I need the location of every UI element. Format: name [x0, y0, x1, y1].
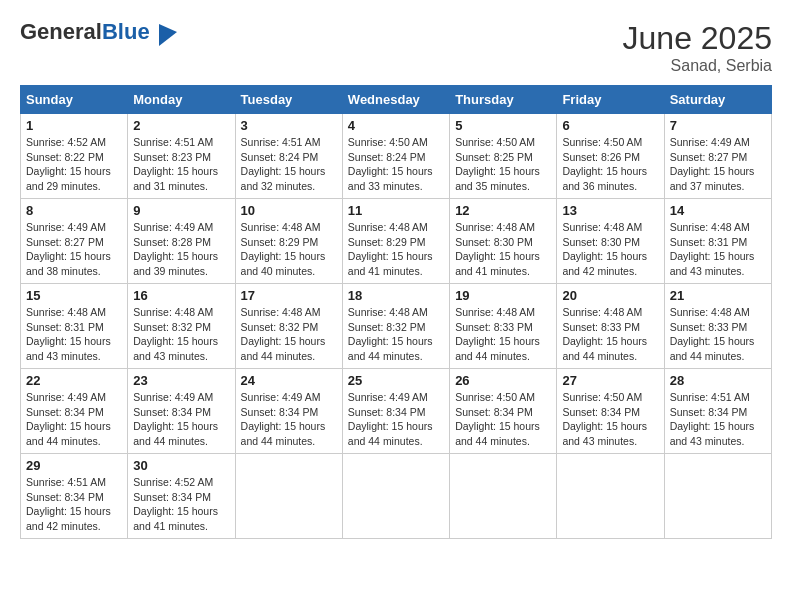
- calendar-cell: 15Sunrise: 4:48 AMSunset: 8:31 PMDayligh…: [21, 284, 128, 369]
- calendar-cell: 23Sunrise: 4:49 AMSunset: 8:34 PMDayligh…: [128, 369, 235, 454]
- day-info: Sunrise: 4:50 AMSunset: 8:34 PMDaylight:…: [562, 390, 658, 449]
- logo-blue: Blue: [102, 19, 150, 44]
- week-row-2: 8Sunrise: 4:49 AMSunset: 8:27 PMDaylight…: [21, 199, 772, 284]
- day-number: 4: [348, 118, 444, 133]
- calendar-cell: 5Sunrise: 4:50 AMSunset: 8:25 PMDaylight…: [450, 114, 557, 199]
- day-number: 18: [348, 288, 444, 303]
- day-info: Sunrise: 4:51 AMSunset: 8:34 PMDaylight:…: [26, 475, 122, 534]
- calendar-cell: [342, 454, 449, 539]
- day-info: Sunrise: 4:48 AMSunset: 8:32 PMDaylight:…: [241, 305, 337, 364]
- calendar-cell: 7Sunrise: 4:49 AMSunset: 8:27 PMDaylight…: [664, 114, 771, 199]
- day-info: Sunrise: 4:51 AMSunset: 8:23 PMDaylight:…: [133, 135, 229, 194]
- calendar-table: SundayMondayTuesdayWednesdayThursdayFrid…: [20, 85, 772, 539]
- day-info: Sunrise: 4:48 AMSunset: 8:33 PMDaylight:…: [562, 305, 658, 364]
- week-row-1: 1Sunrise: 4:52 AMSunset: 8:22 PMDaylight…: [21, 114, 772, 199]
- day-number: 28: [670, 373, 766, 388]
- day-number: 17: [241, 288, 337, 303]
- calendar-cell: 19Sunrise: 4:48 AMSunset: 8:33 PMDayligh…: [450, 284, 557, 369]
- day-number: 24: [241, 373, 337, 388]
- day-info: Sunrise: 4:48 AMSunset: 8:29 PMDaylight:…: [348, 220, 444, 279]
- calendar-cell: 20Sunrise: 4:48 AMSunset: 8:33 PMDayligh…: [557, 284, 664, 369]
- day-info: Sunrise: 4:48 AMSunset: 8:31 PMDaylight:…: [670, 220, 766, 279]
- calendar-cell: 27Sunrise: 4:50 AMSunset: 8:34 PMDayligh…: [557, 369, 664, 454]
- day-number: 2: [133, 118, 229, 133]
- day-info: Sunrise: 4:49 AMSunset: 8:34 PMDaylight:…: [241, 390, 337, 449]
- day-info: Sunrise: 4:48 AMSunset: 8:32 PMDaylight:…: [348, 305, 444, 364]
- calendar-title: June 2025: [623, 20, 772, 57]
- column-header-saturday: Saturday: [664, 86, 771, 114]
- calendar-cell: 17Sunrise: 4:48 AMSunset: 8:32 PMDayligh…: [235, 284, 342, 369]
- day-number: 6: [562, 118, 658, 133]
- day-info: Sunrise: 4:52 AMSunset: 8:22 PMDaylight:…: [26, 135, 122, 194]
- day-number: 10: [241, 203, 337, 218]
- day-number: 15: [26, 288, 122, 303]
- day-number: 16: [133, 288, 229, 303]
- title-block: June 2025 Sanad, Serbia: [623, 20, 772, 75]
- day-number: 11: [348, 203, 444, 218]
- day-info: Sunrise: 4:49 AMSunset: 8:27 PMDaylight:…: [670, 135, 766, 194]
- day-info: Sunrise: 4:51 AMSunset: 8:24 PMDaylight:…: [241, 135, 337, 194]
- calendar-cell: 14Sunrise: 4:48 AMSunset: 8:31 PMDayligh…: [664, 199, 771, 284]
- calendar-cell: 29Sunrise: 4:51 AMSunset: 8:34 PMDayligh…: [21, 454, 128, 539]
- calendar-header-row: SundayMondayTuesdayWednesdayThursdayFrid…: [21, 86, 772, 114]
- calendar-cell: 2Sunrise: 4:51 AMSunset: 8:23 PMDaylight…: [128, 114, 235, 199]
- column-header-tuesday: Tuesday: [235, 86, 342, 114]
- calendar-cell: 18Sunrise: 4:48 AMSunset: 8:32 PMDayligh…: [342, 284, 449, 369]
- day-number: 21: [670, 288, 766, 303]
- day-number: 9: [133, 203, 229, 218]
- day-number: 12: [455, 203, 551, 218]
- logo: GeneralBlue: [20, 20, 177, 46]
- day-info: Sunrise: 4:49 AMSunset: 8:34 PMDaylight:…: [133, 390, 229, 449]
- calendar-cell: [235, 454, 342, 539]
- day-number: 22: [26, 373, 122, 388]
- calendar-cell: 9Sunrise: 4:49 AMSunset: 8:28 PMDaylight…: [128, 199, 235, 284]
- day-info: Sunrise: 4:48 AMSunset: 8:30 PMDaylight:…: [562, 220, 658, 279]
- calendar-cell: 8Sunrise: 4:49 AMSunset: 8:27 PMDaylight…: [21, 199, 128, 284]
- day-number: 29: [26, 458, 122, 473]
- day-info: Sunrise: 4:48 AMSunset: 8:30 PMDaylight:…: [455, 220, 551, 279]
- day-number: 3: [241, 118, 337, 133]
- calendar-cell: 6Sunrise: 4:50 AMSunset: 8:26 PMDaylight…: [557, 114, 664, 199]
- day-number: 13: [562, 203, 658, 218]
- day-info: Sunrise: 4:50 AMSunset: 8:24 PMDaylight:…: [348, 135, 444, 194]
- logo-icon: [159, 24, 177, 46]
- day-number: 30: [133, 458, 229, 473]
- day-info: Sunrise: 4:48 AMSunset: 8:33 PMDaylight:…: [455, 305, 551, 364]
- calendar-cell: [664, 454, 771, 539]
- logo-general: General: [20, 19, 102, 44]
- calendar-cell: 30Sunrise: 4:52 AMSunset: 8:34 PMDayligh…: [128, 454, 235, 539]
- day-number: 20: [562, 288, 658, 303]
- calendar-cell: 22Sunrise: 4:49 AMSunset: 8:34 PMDayligh…: [21, 369, 128, 454]
- calendar-cell: 11Sunrise: 4:48 AMSunset: 8:29 PMDayligh…: [342, 199, 449, 284]
- day-number: 5: [455, 118, 551, 133]
- day-info: Sunrise: 4:48 AMSunset: 8:31 PMDaylight:…: [26, 305, 122, 364]
- calendar-cell: 12Sunrise: 4:48 AMSunset: 8:30 PMDayligh…: [450, 199, 557, 284]
- day-number: 8: [26, 203, 122, 218]
- day-number: 26: [455, 373, 551, 388]
- calendar-cell: 28Sunrise: 4:51 AMSunset: 8:34 PMDayligh…: [664, 369, 771, 454]
- day-number: 25: [348, 373, 444, 388]
- calendar-cell: 21Sunrise: 4:48 AMSunset: 8:33 PMDayligh…: [664, 284, 771, 369]
- day-info: Sunrise: 4:51 AMSunset: 8:34 PMDaylight:…: [670, 390, 766, 449]
- calendar-cell: 4Sunrise: 4:50 AMSunset: 8:24 PMDaylight…: [342, 114, 449, 199]
- week-row-4: 22Sunrise: 4:49 AMSunset: 8:34 PMDayligh…: [21, 369, 772, 454]
- day-info: Sunrise: 4:48 AMSunset: 8:33 PMDaylight:…: [670, 305, 766, 364]
- day-number: 14: [670, 203, 766, 218]
- column-header-sunday: Sunday: [21, 86, 128, 114]
- calendar-cell: 26Sunrise: 4:50 AMSunset: 8:34 PMDayligh…: [450, 369, 557, 454]
- calendar-location: Sanad, Serbia: [623, 57, 772, 75]
- day-number: 23: [133, 373, 229, 388]
- column-header-friday: Friday: [557, 86, 664, 114]
- day-info: Sunrise: 4:52 AMSunset: 8:34 PMDaylight:…: [133, 475, 229, 534]
- calendar-cell: 1Sunrise: 4:52 AMSunset: 8:22 PMDaylight…: [21, 114, 128, 199]
- day-number: 1: [26, 118, 122, 133]
- day-number: 19: [455, 288, 551, 303]
- calendar-cell: [557, 454, 664, 539]
- calendar-cell: 3Sunrise: 4:51 AMSunset: 8:24 PMDaylight…: [235, 114, 342, 199]
- calendar-cell: 10Sunrise: 4:48 AMSunset: 8:29 PMDayligh…: [235, 199, 342, 284]
- day-info: Sunrise: 4:48 AMSunset: 8:29 PMDaylight:…: [241, 220, 337, 279]
- calendar-cell: 24Sunrise: 4:49 AMSunset: 8:34 PMDayligh…: [235, 369, 342, 454]
- day-info: Sunrise: 4:49 AMSunset: 8:28 PMDaylight:…: [133, 220, 229, 279]
- calendar-cell: 13Sunrise: 4:48 AMSunset: 8:30 PMDayligh…: [557, 199, 664, 284]
- day-info: Sunrise: 4:48 AMSunset: 8:32 PMDaylight:…: [133, 305, 229, 364]
